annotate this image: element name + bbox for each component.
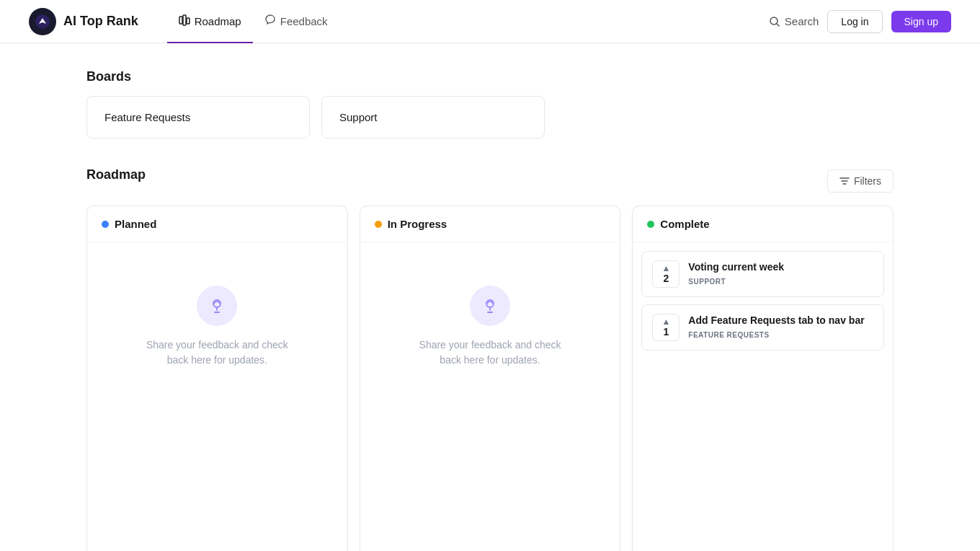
vote-box-feature-tab[interactable]: ▲ 1	[652, 314, 680, 341]
planned-empty-text: Share your feedback and check back here …	[138, 338, 296, 368]
col-label-planned: Planned	[115, 218, 156, 230]
roadmap-title: Roadmap	[86, 167, 146, 182]
app-title: AI Top Rank	[63, 14, 138, 29]
nav-item-roadmap[interactable]: Roadmap	[167, 1, 253, 43]
board-label-support: Support	[339, 111, 378, 123]
vote-box-voting[interactable]: ▲ 2	[652, 260, 680, 288]
in-progress-empty-icon	[470, 286, 510, 326]
signup-button[interactable]: Sign up	[891, 11, 951, 32]
col-header-in-progress: In Progress	[360, 206, 620, 242]
card-content-voting: Voting current week SUPPORT	[688, 260, 873, 286]
in-progress-empty-text: Share your feedback and check back here …	[411, 338, 569, 368]
col-label-complete: Complete	[660, 218, 709, 230]
header: AI Top Rank Roadmap Feedback	[0, 0, 980, 43]
vote-count-voting: 2	[663, 273, 669, 284]
complete-cards: ▲ 2 Voting current week SUPPORT ▲ 1	[633, 242, 893, 359]
filters-button[interactable]: Filters	[827, 169, 894, 193]
roadmap-header: Roadmap Filters	[86, 167, 894, 194]
main-content: Boards Feature Requests Support Roadmap …	[58, 43, 922, 551]
in-progress-empty-state: Share your feedback and check back here …	[360, 242, 620, 411]
roadmap-section: Roadmap Filters Planned	[86, 167, 894, 551]
filters-label: Filters	[854, 175, 881, 187]
logo-icon	[29, 8, 56, 35]
card-title-feature-tab: Add Feature Requests tab to nav bar	[688, 314, 873, 328]
column-in-progress: In Progress Share your feedback and chec…	[360, 206, 621, 551]
boards-title: Boards	[86, 69, 894, 84]
col-header-complete: Complete	[633, 206, 893, 242]
card-tag-feature-tab: FEATURE REQUESTS	[688, 331, 873, 339]
header-right: Search Log in Sign up	[769, 10, 951, 33]
board-label-feature-requests: Feature Requests	[104, 111, 190, 123]
planned-empty-state: Share your feedback and check back here …	[87, 242, 347, 411]
dot-inprogress	[375, 221, 382, 228]
card-tag-voting: SUPPORT	[688, 278, 873, 286]
upvote-arrow-voting[interactable]: ▲	[662, 264, 670, 273]
svg-rect-2	[183, 15, 186, 25]
main-nav: Roadmap Feedback	[167, 0, 339, 43]
card-voting-current-week[interactable]: ▲ 2 Voting current week SUPPORT	[641, 251, 884, 297]
search-button[interactable]: Search	[769, 15, 819, 27]
dot-complete	[647, 221, 654, 228]
svg-rect-3	[187, 18, 190, 24]
nav-item-feedback[interactable]: Feedback	[253, 1, 339, 43]
card-title-voting: Voting current week	[688, 260, 873, 275]
boards-section: Boards Feature Requests Support	[86, 69, 894, 138]
login-button[interactable]: Log in	[827, 10, 882, 33]
planned-empty-icon	[197, 286, 237, 326]
card-content-feature-tab: Add Feature Requests tab to nav bar FEAT…	[688, 314, 873, 339]
col-header-planned: Planned	[87, 206, 347, 242]
vote-count-feature-tab: 1	[663, 326, 669, 338]
roadmap-columns: Planned Share your feedback and check ba…	[86, 206, 894, 551]
card-add-feature-requests-tab[interactable]: ▲ 1 Add Feature Requests tab to nav bar …	[641, 304, 884, 351]
upvote-arrow-feature-tab[interactable]: ▲	[662, 317, 670, 326]
nav-label-roadmap: Roadmap	[195, 15, 241, 27]
col-label-in-progress: In Progress	[388, 218, 447, 230]
nav-label-feedback: Feedback	[280, 15, 328, 27]
board-card-feature-requests[interactable]: Feature Requests	[86, 96, 310, 138]
boards-grid: Feature Requests Support	[86, 96, 894, 138]
column-complete: Complete ▲ 2 Voting current week SUPPORT	[632, 206, 894, 551]
board-card-support[interactable]: Support	[321, 96, 545, 138]
roadmap-icon	[179, 14, 190, 29]
column-planned: Planned Share your feedback and check ba…	[86, 206, 348, 551]
logo-area: AI Top Rank	[29, 8, 138, 35]
svg-rect-1	[179, 17, 182, 24]
feedback-icon	[264, 14, 276, 29]
search-label: Search	[785, 15, 819, 27]
dot-planned	[102, 221, 109, 228]
